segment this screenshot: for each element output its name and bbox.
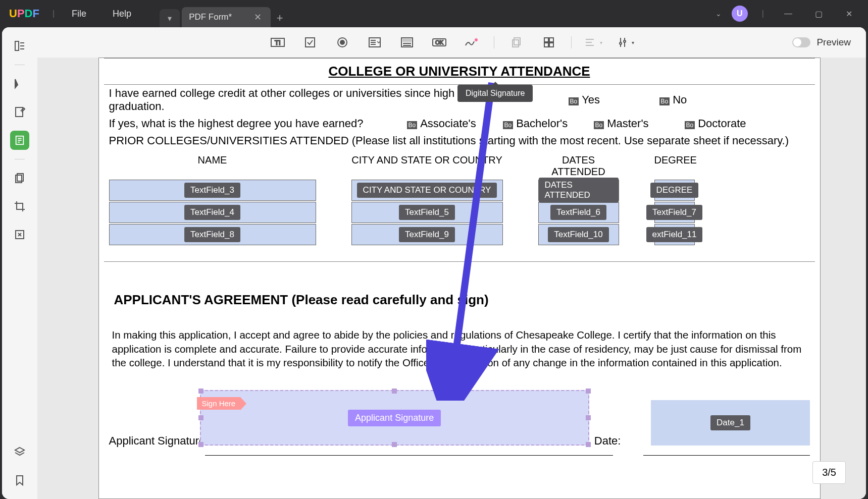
- thumbnails-icon[interactable]: [10, 36, 29, 56]
- text-field-button[interactable]: TI: [268, 32, 288, 52]
- form-field[interactable]: DATES ATTENDED: [538, 180, 619, 201]
- svg-rect-22: [403, 39, 411, 41]
- checkbox-doctorate[interactable]: Bo: [685, 121, 695, 129]
- maximize-button[interactable]: ▢: [808, 4, 829, 24]
- copy-button[interactable]: [506, 32, 527, 52]
- radio-button[interactable]: [332, 32, 352, 52]
- signature-button[interactable]: [462, 32, 482, 52]
- sign-here-tag: Sign Here: [197, 397, 241, 410]
- svg-rect-31: [549, 38, 553, 42]
- prior-colleges-text: PRIOR COLLEGES/UNIVERSITIES ATTENDED (Pl…: [104, 132, 815, 149]
- dropdown-button[interactable]: [365, 32, 385, 52]
- svg-text:TI: TI: [275, 39, 281, 46]
- close-button[interactable]: ✕: [839, 4, 859, 24]
- agreement-title: APPLICANT'S AGREEMENT (Please read caref…: [104, 277, 815, 328]
- tools-button[interactable]: ▾: [616, 32, 636, 52]
- tab-close-button[interactable]: ✕: [252, 12, 264, 23]
- date-field[interactable]: Date_1: [651, 400, 809, 446]
- form-field[interactable]: TextField_10: [538, 224, 619, 245]
- svg-rect-0: [15, 41, 19, 50]
- user-avatar[interactable]: U: [732, 6, 748, 22]
- svg-rect-32: [544, 43, 548, 47]
- degree-question: If yes, what is the highest degree you h…: [109, 117, 387, 130]
- col-dates: DATES ATTENDED: [538, 154, 619, 178]
- checkbox-button[interactable]: [300, 32, 320, 52]
- edit-icon[interactable]: [10, 102, 29, 122]
- col-name: NAME: [109, 154, 316, 178]
- comment-icon[interactable]: [10, 74, 29, 93]
- form-icon[interactable]: [10, 131, 29, 150]
- grid-button[interactable]: [539, 32, 559, 52]
- layers-icon[interactable]: [10, 442, 29, 462]
- form-field[interactable]: TextField_4: [109, 202, 316, 223]
- form-toolbar: TI OK ▾ ▾ Preview: [37, 27, 866, 58]
- minimize-button[interactable]: —: [778, 4, 798, 24]
- form-field[interactable]: TextField_8: [109, 224, 316, 245]
- form-field[interactable]: TextField_5: [351, 202, 503, 223]
- menu-file[interactable]: File: [59, 9, 99, 19]
- left-sidebar: [2, 27, 37, 499]
- form-field[interactable]: TextField_3: [109, 180, 316, 201]
- svg-point-16: [340, 40, 344, 44]
- ocr-icon[interactable]: [10, 225, 29, 244]
- svg-rect-33: [549, 43, 553, 47]
- signature-field[interactable]: Sign Here Applicant Signature: [200, 390, 589, 446]
- tab-pdf-form[interactable]: PDF Form* ✕: [182, 7, 271, 27]
- form-field[interactable]: DEGREE: [654, 180, 695, 201]
- checkbox-yes[interactable]: Bo: [569, 97, 579, 105]
- preview-toggle[interactable]: [792, 37, 810, 47]
- menu-help[interactable]: Help: [99, 9, 144, 19]
- tab-label: PDF Form*: [189, 12, 232, 22]
- align-button[interactable]: ▾: [584, 32, 604, 52]
- form-field[interactable]: TextField_6: [538, 202, 619, 223]
- page-indicator[interactable]: 3/5: [812, 461, 846, 484]
- form-field[interactable]: TextField_9: [351, 224, 503, 245]
- tab-dropdown[interactable]: ▾: [160, 9, 180, 27]
- title-bar: UPDF | File Help ▾ PDF Form* ✕ + ⌄ U | —…: [0, 0, 868, 27]
- date-label: Date:: [594, 434, 621, 448]
- svg-rect-14: [305, 38, 315, 47]
- col-city: CITY AND STATE OR COUNTRY: [351, 154, 503, 178]
- svg-rect-4: [16, 107, 23, 117]
- button-field-button[interactable]: OK: [429, 32, 449, 52]
- form-field[interactable]: extField_11: [654, 224, 695, 245]
- checkbox-associates[interactable]: Bo: [407, 121, 418, 129]
- tooltip-digital-signature: Digital Signature: [457, 85, 533, 102]
- svg-rect-29: [513, 40, 519, 47]
- svg-text:OK: OK: [435, 39, 444, 45]
- col-degree: DEGREE: [654, 154, 695, 178]
- bookmark-icon[interactable]: [10, 471, 29, 490]
- svg-rect-28: [514, 38, 520, 45]
- svg-point-37: [620, 42, 622, 44]
- svg-point-27: [475, 38, 478, 41]
- applicant-signature-label: Applicant Signature: [109, 434, 206, 448]
- listbox-button[interactable]: [397, 32, 417, 52]
- signature-field-label: Applicant Signature: [348, 410, 441, 426]
- checkbox-no[interactable]: Bo: [659, 97, 670, 105]
- tab-add-button[interactable]: +: [271, 9, 289, 27]
- section-title: COLLEGE OR UNIVERSITY ATTENDANCE: [104, 59, 815, 84]
- form-field[interactable]: TextField_7: [654, 202, 695, 223]
- svg-point-38: [624, 40, 626, 42]
- form-field[interactable]: CITY AND STATE OR COUNTRY: [351, 180, 503, 201]
- pages-icon[interactable]: [10, 169, 29, 188]
- app-logo: UPDF: [0, 7, 48, 20]
- checkbox-bachelors[interactable]: Bo: [503, 121, 514, 129]
- dropdown-icon[interactable]: ⌄: [716, 10, 722, 18]
- agreement-body: In making this application, I accept and…: [104, 328, 815, 370]
- pdf-page: COLLEGE OR UNIVERSITY ATTENDANCE I have …: [98, 58, 821, 499]
- checkbox-masters[interactable]: Bo: [594, 121, 604, 129]
- crop-icon[interactable]: [10, 197, 29, 216]
- preview-label: Preview: [816, 37, 851, 48]
- svg-rect-30: [544, 38, 548, 42]
